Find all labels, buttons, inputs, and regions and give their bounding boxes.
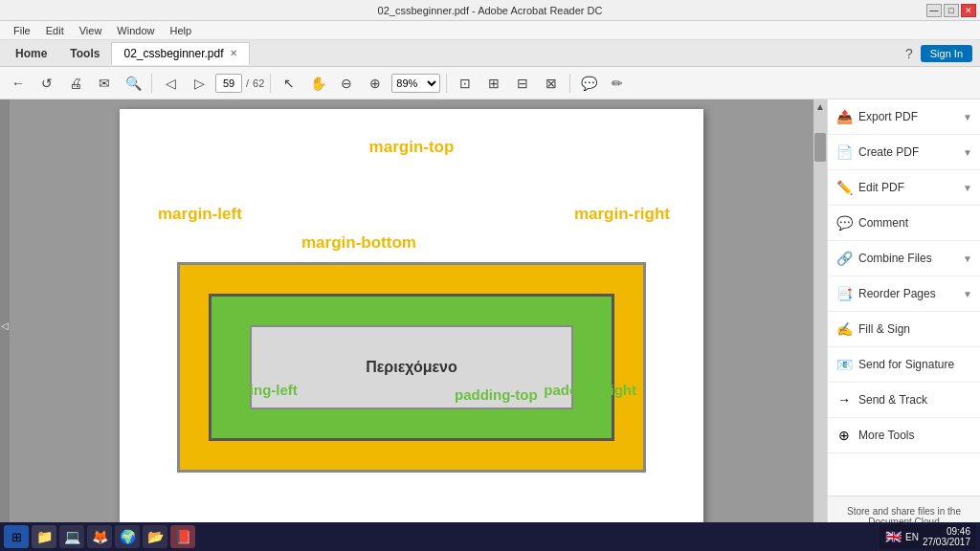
menu-help[interactable]: Help xyxy=(162,25,199,36)
tray-time: 09:46 xyxy=(923,526,970,537)
send-signature-icon: 📧 xyxy=(835,357,853,372)
padding-top-label: padding-top xyxy=(455,386,538,403)
panel-fill-sign[interactable]: ✍️ Fill & Sign xyxy=(828,312,980,347)
menu-view[interactable]: View xyxy=(72,25,110,36)
zoom-in-button[interactable]: ⊕ xyxy=(363,71,388,96)
comment-panel-icon: 💬 xyxy=(835,215,853,231)
separator-2 xyxy=(270,74,271,93)
panel-comment[interactable]: 💬 Comment xyxy=(828,206,980,241)
taskbar-app3[interactable]: 🌍 xyxy=(115,525,140,548)
print-button[interactable]: 🖨 xyxy=(63,71,88,96)
tab-tools[interactable]: Tools xyxy=(58,43,111,64)
tab-close-button[interactable]: ✕ xyxy=(230,48,237,58)
scrollbar-thumb[interactable] xyxy=(814,133,826,162)
combine-files-label: Combine Files xyxy=(858,252,957,265)
combine-files-expand-icon: ▼ xyxy=(963,253,972,264)
panel-more-tools[interactable]: ⊕ More Tools xyxy=(828,418,980,453)
search-button[interactable]: 🔍 xyxy=(121,71,145,96)
help-button[interactable]: ? xyxy=(905,46,913,61)
content-label: Περιεχόμενο xyxy=(366,359,457,376)
padding-left-label: padding-left xyxy=(215,382,298,398)
taskbar-explorer[interactable]: 📁 xyxy=(32,525,56,548)
taskbar-app1[interactable]: 💻 xyxy=(59,525,84,548)
page-separator: / xyxy=(246,77,249,89)
cursor-tool-button[interactable]: ↖ xyxy=(277,71,301,96)
email-button[interactable]: ✉ xyxy=(92,71,117,96)
margin-top-arrow-down: ↓ xyxy=(407,269,416,291)
next-page-button[interactable]: ▷ xyxy=(187,71,212,96)
margin-left-arrow-right: → xyxy=(184,357,203,379)
pan-tool-button[interactable]: ✋ xyxy=(305,71,330,96)
panel-send-signature[interactable]: 📧 Send for Signature xyxy=(828,347,980,383)
tab-document[interactable]: 02_cssbeginner.pdf ✕ xyxy=(111,42,249,65)
back-button[interactable]: ← xyxy=(6,71,31,96)
padding-box: Περιεχόμενο xyxy=(209,294,614,441)
system-tray: 🇬🇧 EN 09:46 27/03/2017 xyxy=(880,524,976,549)
edit-pdf-icon: ✏️ xyxy=(835,180,853,195)
margin-bottom-arrow-up: ↑ xyxy=(407,444,416,466)
menu-file[interactable]: File xyxy=(6,25,38,36)
draw-button[interactable]: ✏ xyxy=(605,71,630,96)
zoom-out-button[interactable]: ⊖ xyxy=(334,71,359,96)
fit-height-button[interactable]: ⊟ xyxy=(510,71,535,96)
create-pdf-label: Create PDF xyxy=(858,145,957,159)
taskbar-app2[interactable]: 🦊 xyxy=(87,525,112,548)
scroll-up-button[interactable]: ▲ xyxy=(813,99,827,114)
more-tools-icon: ⊕ xyxy=(835,428,853,443)
panel-edit-pdf[interactable]: ✏️ Edit PDF ▼ xyxy=(828,170,980,206)
comment-button[interactable]: 💬 xyxy=(576,71,601,96)
start-button[interactable]: ⊞ xyxy=(4,525,29,548)
margin-left-label: margin-left xyxy=(158,205,242,224)
zoom-select[interactable]: 89% 100% 75% xyxy=(391,74,440,93)
panel-combine-files[interactable]: 🔗 Combine Files ▼ xyxy=(828,241,980,276)
margin-box: Περιεχόμενο ↓ ↑ → ← xyxy=(177,262,646,473)
language-flag: 🇬🇧 xyxy=(885,529,902,544)
taskbar-app4[interactable]: 📂 xyxy=(143,525,167,548)
export-pdf-icon: 📤 xyxy=(835,109,853,124)
tray-date: 27/03/2017 xyxy=(923,537,970,547)
minimize-button[interactable]: — xyxy=(926,4,942,17)
panel-create-pdf[interactable]: 📄 Create PDF ▼ xyxy=(828,135,980,170)
create-pdf-icon: 📄 xyxy=(835,144,853,160)
scrollbar[interactable]: ▲ ▼ xyxy=(813,99,827,551)
edit-pdf-expand-icon: ▼ xyxy=(963,183,972,193)
margin-right-label: margin-right xyxy=(574,205,670,224)
tab-home[interactable]: Home xyxy=(4,43,58,64)
pdf-page: margin-top margin-left margin-right marg… xyxy=(120,109,703,549)
tab-doc-label: 02_cssbeginner.pdf xyxy=(123,47,223,60)
send-track-icon: → xyxy=(835,392,853,408)
tabbar: Home Tools 02_cssbeginner.pdf ✕ ? Sign I… xyxy=(0,40,980,67)
panel-export-pdf[interactable]: 📤 Export PDF ▼ xyxy=(828,99,980,135)
signin-button[interactable]: Sign In xyxy=(921,45,972,62)
separator-1 xyxy=(151,74,152,93)
close-button[interactable]: ✕ xyxy=(961,4,976,17)
export-pdf-expand-icon: ▼ xyxy=(963,112,972,122)
fill-sign-label: Fill & Sign xyxy=(858,322,972,336)
taskbar-app5[interactable]: 📕 xyxy=(170,525,195,548)
menu-edit[interactable]: Edit xyxy=(38,25,72,36)
menubar: File Edit View Window Help xyxy=(0,21,980,40)
page-total: 62 xyxy=(253,77,264,89)
menu-window[interactable]: Window xyxy=(109,25,162,36)
combine-files-icon: 🔗 xyxy=(835,251,853,266)
separator-4 xyxy=(569,74,570,93)
right-panel: 📤 Export PDF ▼ 📄 Create PDF ▼ ✏️ Edit PD… xyxy=(827,99,980,551)
prev-page-button[interactable]: ◁ xyxy=(158,71,183,96)
rotate-button[interactable]: ⊠ xyxy=(539,71,564,96)
css-box-diagram: margin-top margin-left margin-right marg… xyxy=(148,128,675,530)
fill-sign-icon: ✍️ xyxy=(835,321,853,337)
fit-page-button[interactable]: ⊡ xyxy=(453,71,478,96)
page-number-input[interactable] xyxy=(215,74,242,93)
left-panel-toggle[interactable]: ◁ xyxy=(1,320,9,331)
panel-reorder-pages[interactable]: 📑 Reorder Pages ▼ xyxy=(828,276,980,312)
reorder-pages-icon: 📑 xyxy=(835,286,853,301)
padding-right-label: padding-right xyxy=(544,382,636,398)
margin-bottom-label: margin-bottom xyxy=(301,233,416,253)
maximize-button[interactable]: □ xyxy=(944,4,959,17)
reorder-pages-expand-icon: ▼ xyxy=(963,289,972,299)
panel-send-track[interactable]: → Send & Track xyxy=(828,383,980,418)
fit-width-button[interactable]: ⊞ xyxy=(481,71,506,96)
main-layout: ◁ margin-top margin-left margin-right ma… xyxy=(0,99,980,551)
send-track-label: Send & Track xyxy=(858,393,972,407)
refresh-button[interactable]: ↺ xyxy=(34,71,59,96)
